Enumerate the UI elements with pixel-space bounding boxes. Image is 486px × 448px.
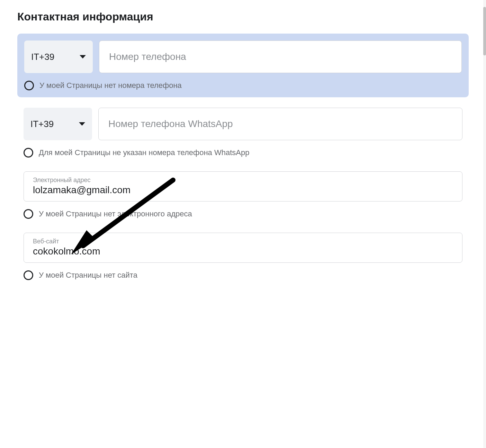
scrollbar-track — [483, 0, 486, 448]
scrollbar-thumb[interactable] — [483, 7, 486, 55]
section-heading: Контактная информация — [17, 10, 469, 23]
email-label: Электронный адрес — [33, 177, 453, 184]
no-email-radio[interactable] — [24, 209, 33, 219]
no-phone-label: У моей Страницы нет номера телефона — [39, 81, 182, 90]
website-field-container[interactable]: Веб-сайт — [24, 233, 462, 263]
chevron-down-icon — [80, 55, 86, 59]
no-phone-radio[interactable] — [24, 81, 34, 90]
phone-section: IT+39 У моей Страницы нет номера телефон… — [17, 34, 469, 97]
whatsapp-input[interactable] — [98, 108, 462, 140]
whatsapp-country-select[interactable]: IT+39 — [24, 108, 92, 140]
phone-country-select[interactable]: IT+39 — [24, 41, 93, 73]
whatsapp-country-code: IT+39 — [30, 119, 54, 129]
no-email-label: У моей Страницы нет электронного адреса — [39, 209, 192, 218]
no-website-label: У моей Страницы нет сайта — [39, 271, 137, 280]
phone-country-code: IT+39 — [31, 52, 54, 62]
email-field-container[interactable]: Электронный адрес — [24, 171, 462, 201]
chevron-down-icon — [79, 122, 85, 126]
no-whatsapp-label: Для моей Страницы не указан номера телеф… — [39, 148, 249, 157]
website-section: Веб-сайт У моей Страницы нет сайта — [17, 233, 469, 280]
email-input[interactable] — [33, 185, 453, 196]
email-section: Электронный адрес У моей Страницы нет эл… — [17, 171, 469, 219]
phone-input[interactable] — [99, 41, 462, 73]
website-label: Веб-сайт — [33, 238, 453, 245]
website-input[interactable] — [33, 246, 453, 257]
no-website-radio[interactable] — [24, 270, 33, 280]
no-whatsapp-radio[interactable] — [24, 148, 33, 158]
whatsapp-section: IT+39 Для моей Страницы не указан номера… — [17, 108, 469, 158]
